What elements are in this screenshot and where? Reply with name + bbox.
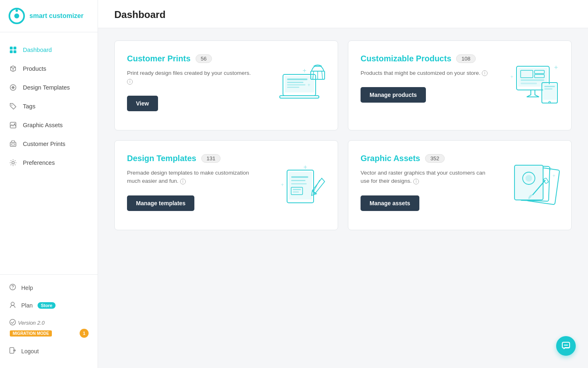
version-label: Version 2.0 [18, 320, 45, 326]
customer-prints-icon [9, 140, 17, 148]
info-icon[interactable]: i [482, 70, 488, 76]
view-button[interactable]: View [127, 96, 158, 111]
svg-rect-4 [13, 47, 16, 49]
sidebar-item-design-templates[interactable]: Design Templates [0, 78, 98, 97]
sidebar-item-products[interactable]: Products [0, 59, 98, 78]
design-templates-illustration: + + [279, 162, 328, 209]
svg-rect-58 [514, 165, 543, 200]
card-description: Products that might be customized on you… [361, 69, 491, 77]
sidebar-item-graphic-assets[interactable]: Graphic Assets [0, 116, 98, 135]
svg-rect-41 [544, 86, 555, 87]
svg-rect-46 [289, 172, 312, 200]
customizable-products-illustration: + + [508, 62, 561, 109]
migration-badge: MIGRATION MODE [10, 330, 52, 337]
svg-rect-51 [293, 189, 301, 190]
count-badge: 352 [425, 154, 445, 163]
manage-products-button[interactable]: Manage products [361, 87, 426, 103]
help-item[interactable]: Help [0, 279, 98, 296]
store-badge: Store [38, 302, 56, 309]
sidebar-item-customer-prints[interactable]: Customer Prints [0, 135, 98, 153]
card-description: Vector and raster graphics that your cus… [361, 169, 491, 186]
svg-rect-61 [543, 178, 549, 184]
card-design-templates: Design Templates 131 Premade design temp… [114, 140, 338, 230]
svg-rect-6 [13, 50, 16, 53]
count-badge: 108 [456, 54, 476, 63]
svg-rect-49 [291, 183, 307, 184]
brand-name: smart customizer [29, 12, 84, 20]
dashboard-cards: Customer Prints 56 Print ready design fi… [98, 28, 588, 242]
tags-icon [9, 102, 17, 110]
svg-rect-12 [11, 144, 15, 145]
chat-fab[interactable] [556, 336, 576, 356]
info-icon[interactable]: i [180, 179, 186, 184]
plan-item[interactable]: Plan Store [0, 296, 98, 314]
svg-rect-3 [10, 47, 13, 49]
svg-rect-5 [10, 50, 13, 53]
card-title: Graphic Assets [361, 154, 420, 163]
svg-text:+: + [554, 64, 558, 71]
svg-point-10 [14, 123, 16, 125]
svg-rect-37 [521, 83, 537, 84]
svg-rect-22 [287, 82, 303, 83]
svg-text:+: + [307, 82, 310, 88]
svg-point-16 [11, 302, 14, 305]
svg-rect-11 [10, 142, 16, 146]
graphic-assets-icon [9, 121, 17, 129]
sidebar-item-label: Design Templates [23, 84, 70, 91]
sidebar-navigation: Dashboard Products Design Templates [0, 32, 98, 274]
sidebar-item-preferences[interactable]: Preferences [0, 153, 98, 172]
card-description: Print ready design files created by your… [127, 69, 258, 86]
sidebar-item-label: Tags [23, 103, 36, 110]
sidebar-item-dashboard[interactable]: Dashboard [0, 40, 98, 59]
version-item: Version 2.0 MIGRATION MODE 1 [0, 314, 98, 342]
card-description: Premade design templates to make customi… [127, 169, 258, 186]
preferences-icon [9, 159, 17, 167]
plan-label: Plan [21, 302, 33, 309]
products-icon [9, 65, 17, 73]
svg-point-1 [14, 13, 19, 18]
svg-point-40 [549, 101, 550, 103]
svg-text:+: + [303, 67, 306, 74]
customer-prints-illustration: + + [279, 62, 328, 109]
help-icon [9, 283, 16, 292]
info-icon[interactable]: i [127, 79, 133, 85]
svg-line-53 [313, 180, 320, 192]
graphic-assets-illustration: + + [508, 162, 561, 209]
svg-text:+: + [281, 182, 284, 188]
logout-icon [9, 347, 16, 355]
info-icon[interactable]: i [413, 179, 419, 184]
svg-point-60 [526, 175, 532, 182]
design-templates-icon [9, 83, 17, 92]
card-customizable-products: Customizable Products 108 Products that … [348, 40, 572, 130]
chat-icon [561, 341, 570, 350]
main-content: Dashboard Customer Prints 56 Print ready… [98, 0, 588, 368]
card-customer-prints: Customer Prints 56 Print ready design fi… [114, 40, 338, 130]
card-title: Customizable Products [361, 54, 451, 63]
sidebar-item-label: Preferences [23, 159, 55, 166]
svg-rect-21 [287, 79, 307, 80]
sidebar-logo: smart customizer [0, 0, 98, 32]
svg-rect-20 [280, 96, 319, 98]
manage-templates-button[interactable]: Manage templates [127, 195, 194, 211]
manage-assets-button[interactable]: Manage assets [361, 195, 419, 211]
logout-item[interactable]: Logout [0, 342, 98, 360]
sidebar-item-tags[interactable]: Tags [0, 97, 98, 116]
svg-rect-42 [544, 88, 552, 90]
svg-rect-36 [521, 79, 544, 81]
card-title: Customer Prints [127, 54, 191, 63]
svg-rect-65 [564, 345, 568, 346]
dashboard-icon [9, 46, 17, 54]
svg-rect-48 [291, 180, 305, 181]
page-title: Dashboard [114, 9, 572, 20]
svg-rect-47 [291, 176, 308, 178]
card-graphic-assets: Graphic Assets 352 Vector and raster gra… [348, 140, 572, 230]
svg-text:+: + [552, 173, 555, 179]
notification-badge[interactable]: 1 [80, 329, 89, 338]
sidebar-item-label: Customer Prints [23, 141, 65, 147]
count-badge: 56 [196, 54, 212, 63]
svg-point-15 [12, 288, 13, 289]
svg-text:+: + [548, 165, 552, 172]
svg-line-28 [322, 71, 323, 79]
help-label: Help [21, 285, 33, 291]
version-icon [9, 319, 16, 327]
